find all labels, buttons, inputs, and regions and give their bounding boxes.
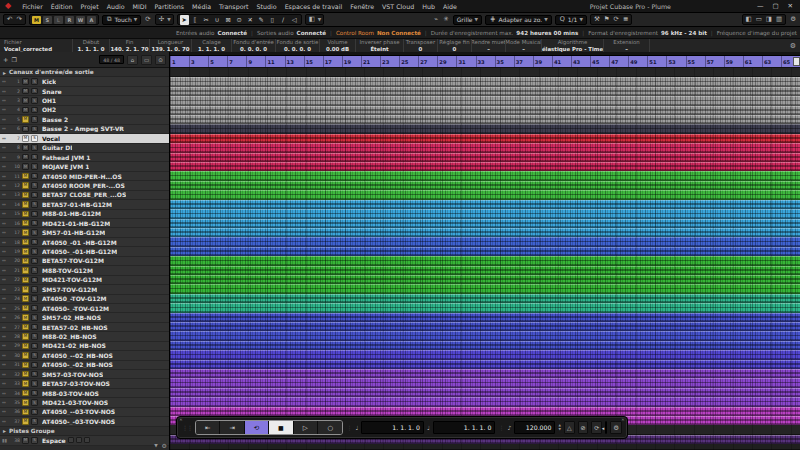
ruler-bar-number[interactable]: 45	[590, 56, 609, 67]
track-lane[interactable]	[170, 313, 800, 322]
solo-button[interactable]: S	[31, 286, 38, 293]
ruler-corner-box[interactable]	[793, 57, 800, 66]
track-row[interactable]: ⇔29MSMD421-02_HB-NOS	[0, 342, 169, 351]
ruler-bar-number[interactable]: 37	[514, 56, 533, 67]
audio-event-waveform[interactable]	[170, 124, 800, 132]
right-zone-icon[interactable]: ◨	[765, 16, 773, 23]
time-format-icon[interactable]: ♩	[355, 424, 358, 431]
ruler-bar-number[interactable]: 55	[686, 56, 705, 67]
track-drag-handle-icon[interactable]: ⇔	[2, 306, 10, 311]
mute-button[interactable]: M	[22, 390, 29, 397]
solo-button[interactable]: S	[31, 78, 38, 85]
mute-button[interactable]: M	[22, 201, 29, 208]
track-row[interactable]: ⇔17MSSM57-01-HB-G12M	[0, 228, 169, 237]
track-row[interactable]: ⇔10MSMOJAVE JVM 1	[0, 162, 169, 171]
mute-button[interactable]: M	[22, 154, 29, 161]
folder-track-row[interactable]: ▸Pistes Groupe	[0, 427, 169, 436]
scrub-move-icon[interactable]: ✣	[158, 16, 165, 23]
info-field-r-glage-fin[interactable]: Réglage fin0	[438, 39, 472, 52]
solo-button[interactable]: S	[31, 343, 38, 350]
maximize-button[interactable]: ▢	[772, 2, 778, 10]
color-tool[interactable]: ◧ ▼	[305, 14, 325, 25]
mute-button[interactable]: M	[22, 116, 29, 123]
track-row[interactable]: ⇔36MSAT4050_--03-TOV-NOS	[0, 408, 169, 417]
track-lane[interactable]	[170, 162, 800, 171]
track-row[interactable]: ⇔6MSBasse 2 - Ampeg SVT-VR	[0, 125, 169, 134]
mute-button[interactable]: M	[22, 229, 29, 236]
solo-button[interactable]: S	[31, 324, 38, 331]
lower-zone-icon[interactable]: ▭	[755, 16, 763, 23]
audio-event-waveform[interactable]	[170, 294, 800, 302]
audio-event-waveform[interactable]	[170, 106, 800, 114]
solo-button[interactable]: S	[31, 409, 38, 416]
solo-button[interactable]: S	[31, 333, 38, 340]
mute-button[interactable]: M	[22, 88, 29, 95]
track-lane[interactable]	[170, 228, 800, 237]
audio-event-waveform[interactable]	[170, 256, 800, 264]
audio-event-waveform[interactable]	[170, 378, 800, 386]
ruler-bar-number[interactable]: 13	[285, 56, 304, 67]
global-m-button[interactable]: M	[32, 16, 41, 24]
info-field-fichier[interactable]: FichierVocal_corrected	[0, 39, 73, 52]
mute-button[interactable]: M	[22, 107, 29, 114]
menu-item[interactable]: Hub	[418, 3, 439, 10]
mute-button[interactable]: M	[22, 277, 29, 284]
track-row[interactable]: ⇔19MSAT4050-_-01-HB-G12M	[0, 247, 169, 256]
track-row[interactable]: ⇔35MSMD421-03-TOV-NOS	[0, 398, 169, 407]
mute-tool[interactable]: ✕	[246, 15, 255, 25]
track-lane[interactable]	[170, 219, 800, 228]
mute-button[interactable]: M	[22, 126, 29, 133]
track-drag-handle-icon[interactable]: ⇔	[2, 325, 10, 330]
global-w-button[interactable]: W	[76, 16, 85, 24]
track-row[interactable]: ⇔24MSAT4050_-TOV-G12M	[0, 295, 169, 304]
audio-event-waveform[interactable]	[170, 369, 800, 377]
output-level-display[interactable]: ◂	[605, 421, 607, 434]
mute-button[interactable]: M	[22, 324, 29, 331]
lines-icon[interactable]: ≣	[622, 16, 629, 23]
mute-button[interactable]: M	[22, 362, 29, 369]
ruler-bar-number[interactable]: 33	[476, 56, 495, 67]
track-lane[interactable]	[170, 350, 800, 359]
solo-button[interactable]: S	[31, 126, 38, 133]
audio-event-waveform[interactable]	[170, 190, 800, 198]
mute-button[interactable]: M	[22, 399, 29, 406]
info-field-transposer[interactable]: Transposer0	[404, 39, 438, 52]
track-drag-handle-icon[interactable]: ⇔	[2, 334, 10, 339]
track-row[interactable]: ⇔3MSOH1	[0, 96, 169, 105]
audio-event-waveform[interactable]	[170, 228, 800, 236]
global-a-button[interactable]: A	[87, 16, 96, 24]
solo-button[interactable]: S	[31, 201, 38, 208]
audio-event-waveform[interactable]	[170, 247, 800, 255]
info-field-mode-musical[interactable]: Mode Musical–	[506, 39, 542, 52]
automation-read-icon[interactable]	[68, 437, 74, 443]
record-button[interactable]: ○	[318, 421, 342, 434]
solo-button[interactable]: S	[31, 248, 38, 255]
info-field-longueur[interactable]: Longueur139. 1. 0. 70	[150, 39, 192, 52]
track-row[interactable]: ⇔9MSFathead JVM 1	[0, 153, 169, 162]
track-row[interactable]: ⇔34MSM88-03-TOV-NOS	[0, 389, 169, 398]
marker-flag-icon[interactable]: ⚑	[603, 16, 611, 23]
cycle-button[interactable]: ⟲	[245, 421, 269, 434]
solo-button[interactable]: S	[31, 362, 38, 369]
track-row[interactable]: ⇔1MSKick	[0, 77, 169, 86]
menu-item[interactable]: Fenêtre	[346, 3, 378, 10]
ruler-bar-number[interactable]: 21	[361, 56, 380, 67]
audio-event-waveform[interactable]	[170, 331, 800, 339]
solo-button[interactable]: S	[31, 107, 38, 114]
track-drag-handle-icon[interactable]: ⇔	[2, 164, 10, 169]
track-lane[interactable]	[170, 77, 800, 86]
precount-icon[interactable]: ⊘	[578, 421, 589, 434]
info-line-gear-icon[interactable]: ⚙	[786, 39, 800, 52]
undo-icon[interactable]: ↶	[6, 16, 13, 23]
solo-button[interactable]: S	[31, 314, 38, 321]
track-row[interactable]: ⇔26MSSM57-02_HB-NOS	[0, 313, 169, 322]
ruler-bar-number[interactable]: 25	[399, 56, 418, 67]
ruler-bar-number[interactable]: 15	[304, 56, 323, 67]
track-row[interactable]: ⇔27MSBETA57-02_HB-NOS	[0, 323, 169, 332]
ruler-bar-number[interactable]: 17	[323, 56, 342, 67]
mute-button[interactable]: M	[22, 380, 29, 387]
track-drag-handle-icon[interactable]: ⇔	[2, 230, 10, 235]
play-button[interactable]: ▷	[294, 421, 318, 434]
track-drag-handle-icon[interactable]: ⇔	[2, 107, 10, 112]
track-drag-handle-icon[interactable]: ⇔	[2, 400, 10, 405]
